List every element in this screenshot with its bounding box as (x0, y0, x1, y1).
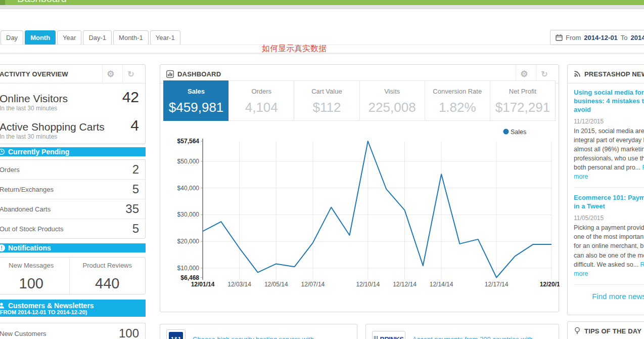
svg-text:12/03/14: 12/03/14 (227, 281, 251, 288)
pending-row-out-of-stock[interactable]: Out of Stock Products 5 (0, 219, 145, 238)
find-more-news-link[interactable]: Find more news (574, 292, 644, 301)
kpi-conversion-label: Conversion Rate (425, 88, 490, 95)
news-divider (574, 187, 644, 188)
news-article-title[interactable]: Using social media for your business: 4 … (574, 89, 644, 114)
brinks-stripes-icon (374, 336, 379, 339)
kpi-strip: Sales $459,981 Orders 4,104 Cart Value $… (163, 80, 556, 121)
new-customers-row[interactable]: New Customers 100 (0, 323, 145, 339)
new-messages-cell[interactable]: New Messages 100 (0, 258, 69, 294)
kpi-tile-sales[interactable]: Sales $459,981 (163, 80, 229, 121)
pending-oos-label: Out of Stock Products (0, 225, 132, 233)
customers-newsletters-subtitle: (FROM 2014-12-01 TO 2014-12-20) (0, 309, 141, 315)
promo-banner-payments[interactable]: BRINKS Accept payments from 200 countrie… (365, 324, 559, 339)
currently-pending-title: Currently Pending (8, 148, 69, 156)
activity-settings-button[interactable]: ⚙ (102, 65, 119, 83)
tab-day[interactable]: Day (1, 30, 23, 45)
news-body: Using social media for your business: 4 … (568, 83, 644, 306)
news-article-date: 11/05/2015 (574, 215, 644, 222)
pending-abandoned-value: 35 (125, 202, 139, 216)
activity-overview-title: ACTIVITY OVERVIEW (0, 70, 68, 78)
active-carts-metric: Active Shopping Carts 4 In the last 30 m… (0, 116, 145, 140)
news-article: Ecommerce 101: Payments in a Tweet 11/05… (574, 194, 644, 278)
dashboard-panel: DASHBOARD ⚙ ↻ Sales $459,981 Orders 4,10… (160, 64, 559, 312)
news-panel-title: PRESTASHOP NEWS (584, 70, 644, 78)
time-range-tabs: Day Month Year Day-1 Month-1 Year-1 (1, 30, 180, 45)
pending-row-returns[interactable]: Return/Exchanges 5 (0, 179, 145, 199)
gear-icon: ⚙ (520, 69, 528, 79)
pending-orders-label: Orders (0, 166, 132, 174)
customers-newsletters-header: Customers & Newsletters (FROM 2014-12-01… (0, 300, 146, 317)
promo-banner-hosting[interactable]: 1&1 Choose high security hosting servers… (160, 324, 357, 339)
svg-text:12/07/14: 12/07/14 (301, 281, 325, 288)
rss-icon (574, 70, 581, 77)
svg-text:12/17/14: 12/17/14 (485, 281, 509, 288)
news-article: Using social media for your business: 4 … (574, 89, 644, 181)
kpi-tile-cart-value[interactable]: Cart Value $112 (294, 80, 359, 121)
app-header: Dashboard (0, 0, 644, 5)
pending-returns-label: Return/Exchanges (0, 186, 132, 193)
payments-logo-text: BRINKS (380, 335, 404, 339)
exclamation-icon: ! (0, 244, 5, 251)
customers-newsletters-title: Customers & Newsletters (8, 302, 94, 310)
svg-text:Sales: Sales (511, 129, 526, 136)
kpi-tile-visits[interactable]: Visits 225,008 (359, 80, 425, 121)
tab-year-1[interactable]: Year-1 (150, 30, 180, 45)
prestashop-news-panel: PRESTASHOP NEWS Using social media for y… (567, 64, 644, 315)
tab-year[interactable]: Year (57, 30, 81, 45)
svg-text:$40,000: $40,000 (177, 185, 200, 192)
person-icon (0, 302, 5, 309)
activity-overview-panel: ACTIVITY OVERVIEW ⚙ ↻ Online Visitors 42… (0, 64, 146, 144)
kpi-sales-value: $459,981 (164, 100, 228, 115)
kpi-cart-value-label: Cart Value (294, 88, 359, 95)
news-article-date: 11/12/2015 (574, 118, 644, 125)
news-article-text: In 2015, social media are an integral pa… (574, 128, 644, 172)
tab-day-1[interactable]: Day-1 (83, 30, 112, 45)
online-visitors-metric: Online Visitors 42 In the last 30 minute… (0, 88, 145, 112)
svg-text:12/01/14: 12/01/14 (191, 281, 215, 288)
activity-overview-header: ACTIVITY OVERVIEW ⚙ ↻ (0, 65, 145, 83)
date-to-value: 2014-12-20 (631, 34, 644, 41)
currently-pending-header: Currently Pending (0, 147, 146, 156)
dashboard-panel-title: DASHBOARD (177, 70, 221, 78)
header-shadow (0, 5, 644, 9)
pending-orders-value: 2 (132, 162, 139, 177)
kpi-visits-value: 225,008 (360, 100, 425, 115)
svg-text:12/05/14: 12/05/14 (264, 281, 288, 288)
news-article-title[interactable]: Ecommerce 101: Payments in a Tweet (574, 194, 644, 211)
gear-icon: ⚙ (107, 69, 114, 79)
page-title: Dashboard (17, 0, 67, 5)
svg-text:$30,000: $30,000 (177, 211, 200, 218)
pending-abandoned-label: Abandoned Carts (0, 205, 125, 213)
svg-text:$57,564: $57,564 (177, 138, 200, 145)
hosting-logo-text: 1&1 (169, 332, 183, 339)
pending-row-orders[interactable]: Orders 2 (0, 160, 145, 179)
tab-month-1[interactable]: Month-1 (113, 30, 149, 45)
kpi-orders-value: 4,104 (229, 100, 294, 115)
date-to-label: To (621, 34, 628, 41)
payments-banner-link[interactable]: Accept payments from 200 countries with (412, 335, 533, 339)
new-customers-value: 100 (119, 326, 139, 339)
kpi-sales-label: Sales (164, 88, 228, 95)
product-reviews-cell[interactable]: Product Reviews 440 (69, 258, 146, 294)
activity-refresh-button[interactable]: ↻ (122, 65, 139, 83)
tab-month[interactable]: Month (25, 30, 56, 45)
online-visitors-sublabel: In the last 30 minutes (0, 105, 139, 112)
hosting-logo: 1&1 (166, 329, 186, 339)
svg-text:12/12/14: 12/12/14 (393, 281, 417, 288)
calendar-icon (556, 34, 563, 41)
tips-of-the-day-panel: TIPS OF THE DAY (567, 321, 644, 339)
kpi-tile-conversion-rate[interactable]: Conversion Rate 1.82% (425, 80, 490, 121)
kpi-tile-orders[interactable]: Orders 4,104 (228, 80, 294, 121)
refresh-icon: ↻ (541, 69, 548, 79)
svg-text:12/14/14: 12/14/14 (430, 281, 453, 288)
svg-text:$50,000: $50,000 (177, 158, 200, 165)
pending-oos-value: 5 (132, 222, 139, 236)
online-visitors-value: 42 (122, 89, 139, 106)
bar-chart-icon (166, 70, 174, 78)
date-range-picker[interactable]: From 2014-12-01 To 2014-12-20 (550, 30, 644, 45)
new-messages-value: 100 (0, 275, 69, 292)
svg-text:12/20/14: 12/20/14 (540, 281, 560, 288)
pending-row-abandoned-carts[interactable]: Abandoned Carts 35 (0, 199, 145, 219)
hosting-banner-link[interactable]: Choose high security hosting servers wit… (193, 335, 314, 339)
kpi-tile-net-profit[interactable]: Net Profit $172,291 (490, 80, 556, 121)
